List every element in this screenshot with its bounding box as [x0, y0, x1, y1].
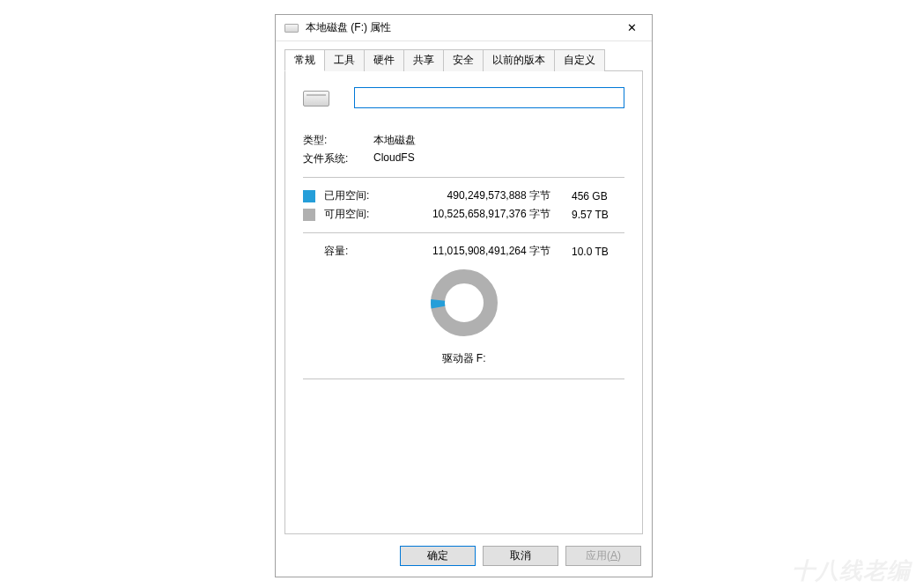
tab-hardware[interactable]: 硬件: [364, 49, 404, 71]
type-label: 类型:: [303, 133, 373, 148]
tab-panel-general: 类型: 本地磁盘 文件系统: CloudFS 已用空间: 490,249,573…: [284, 70, 643, 534]
cancel-button-label: 取消: [510, 548, 531, 563]
free-swatch-icon: [303, 209, 315, 221]
capacity-human: 10.0 TB: [572, 246, 624, 258]
free-human: 9.57 TB: [572, 209, 624, 221]
window-title: 本地磁盘 (F:) 属性: [306, 20, 612, 35]
tab-general[interactable]: 常规: [284, 49, 325, 71]
apply-button-accel: A: [610, 549, 617, 562]
ok-button[interactable]: 确定: [400, 546, 476, 566]
apply-button[interactable]: 应用(A): [565, 546, 641, 566]
ok-button-label: 确定: [427, 548, 448, 563]
dialog-body: 常规 工具 硬件 共享 安全 以前的版本 自定义 类型: 本地磁盘 文件系统: …: [276, 41, 652, 534]
cancel-button[interactable]: 取消: [483, 546, 558, 566]
free-bytes: 10,525,658,917,376 字节: [388, 207, 572, 222]
apply-button-suffix: ): [617, 549, 621, 562]
used-space-row: 已用空间: 490,249,573,888 字节 456 GB: [303, 188, 624, 203]
free-label: 可用空间:: [324, 207, 388, 222]
tab-tools[interactable]: 工具: [324, 49, 365, 71]
used-bytes: 490,249,573,888 字节: [388, 188, 572, 203]
drive-icon: [284, 24, 299, 33]
free-space-row: 可用空间: 10,525,658,917,376 字节 9.57 TB: [303, 207, 624, 222]
drive-caption: 驱动器 F:: [303, 351, 624, 366]
drive-icon-large: [303, 91, 329, 107]
used-label: 已用空间:: [324, 188, 388, 203]
type-value: 本地磁盘: [373, 133, 416, 148]
filesystem-value: CloudFS: [373, 151, 415, 166]
divider: [303, 232, 624, 233]
apply-button-prefix: 应用(: [586, 548, 610, 563]
tab-customize[interactable]: 自定义: [554, 49, 605, 71]
used-swatch-icon: [303, 190, 315, 202]
usage-donut-chart: [303, 266, 624, 342]
divider: [303, 379, 624, 379]
close-button[interactable]: ✕: [612, 15, 652, 40]
svg-point-0: [438, 276, 491, 329]
titlebar[interactable]: 本地磁盘 (F:) 属性 ✕: [276, 15, 652, 41]
volume-label-input[interactable]: [354, 87, 624, 108]
tab-security[interactable]: 安全: [443, 49, 484, 71]
divider: [303, 177, 624, 178]
properties-dialog: 本地磁盘 (F:) 属性 ✕ 常规 工具 硬件 共享 安全 以前的版本 自定义 …: [275, 14, 653, 577]
used-human: 456 GB: [572, 190, 624, 202]
tab-strip: 常规 工具 硬件 共享 安全 以前的版本 自定义: [284, 49, 643, 71]
watermark: 十八线老编: [792, 555, 911, 586]
capacity-bytes: 11,015,908,491,264 字节: [388, 244, 572, 259]
tab-sharing[interactable]: 共享: [403, 49, 444, 71]
dialog-footer: 确定 取消 应用(A): [276, 534, 652, 577]
capacity-label: 容量:: [303, 244, 388, 259]
filesystem-label: 文件系统:: [303, 151, 373, 166]
tab-previous-versions[interactable]: 以前的版本: [483, 49, 555, 71]
capacity-row: 容量: 11,015,908,491,264 字节 10.0 TB: [303, 244, 624, 259]
